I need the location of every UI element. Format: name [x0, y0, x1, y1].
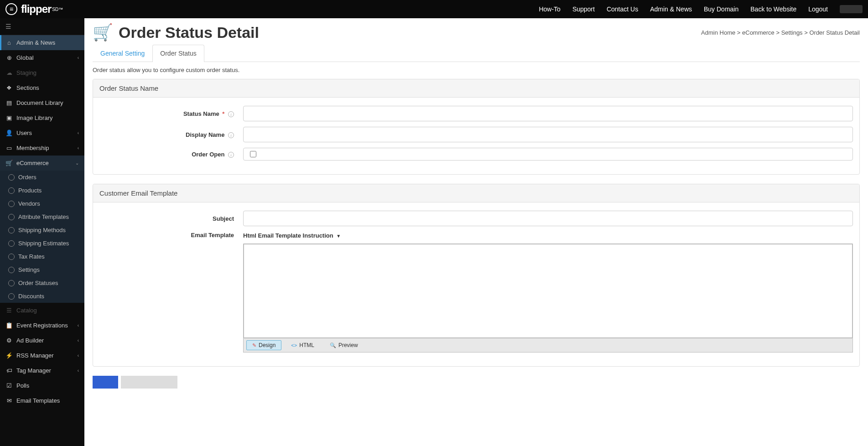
tabs: General Setting Order Status: [93, 45, 860, 62]
checkbox-wrap: [243, 148, 853, 161]
label-subject: Subject: [99, 215, 243, 222]
bottom-buttons: [93, 376, 860, 389]
tab-order-status[interactable]: Order Status: [152, 45, 204, 62]
sub-item-settings[interactable]: Settings: [0, 263, 84, 276]
editor-canvas[interactable]: [243, 244, 853, 338]
display-name-input[interactable]: [243, 127, 853, 142]
cloud-icon: ☁: [5, 69, 13, 76]
image-icon: ▣: [5, 114, 13, 121]
sidebar-item-membership[interactable]: ▭ Membership ‹: [0, 140, 84, 156]
sidebar-item-ad-builder[interactable]: ⚙ Ad Builder ‹: [0, 333, 84, 348]
user-icon: 👤: [5, 130, 13, 136]
chevron-left-icon: ‹: [78, 353, 79, 358]
breadcrumb-current: Order Status Detail: [809, 29, 860, 36]
circle-icon: [8, 174, 15, 181]
document-icon: ▤: [5, 99, 13, 106]
breadcrumb-settings[interactable]: Settings: [781, 29, 803, 36]
envelope-icon: ✉: [5, 397, 13, 404]
sidebar-item-catalog: ☰ Catalog: [0, 303, 84, 318]
page-header: 🛒 Order Status Detail Admin Home > eComm…: [93, 23, 860, 42]
sidebar-item-label: Catalog: [16, 307, 37, 314]
circle-icon: [8, 280, 15, 286]
circle-icon: [8, 214, 15, 220]
panel-body: Subject Email Template Html Email Templa…: [93, 202, 859, 366]
template-area: Html Email Template Instruction ▼ ✎ Desi…: [243, 232, 853, 353]
partner-badge-icon: [840, 5, 863, 13]
ecommerce-submenu: Orders Products Vendors Attribute Templa…: [0, 171, 84, 303]
editor-tab-html[interactable]: <> HTML: [285, 340, 320, 350]
topnav-howto[interactable]: How-To: [539, 5, 560, 13]
topnav-back-website[interactable]: Back to Website: [750, 5, 796, 13]
sub-item-shipping-methods[interactable]: Shipping Methods: [0, 223, 84, 237]
sub-item-shipping-estimates[interactable]: Shipping Estimates: [0, 237, 84, 250]
sidebar-item-document-library[interactable]: ▤ Document Library: [0, 95, 84, 110]
panel-body: Status Name * i Display Name i Order O: [93, 98, 859, 174]
secondary-action-button[interactable]: [121, 376, 177, 389]
main-content: 🛒 Order Status Detail Admin Home > eComm…: [84, 18, 868, 446]
hamburger-icon[interactable]: ☰: [0, 18, 84, 35]
sidebar-item-admin-news[interactable]: ⌂ Admin & News: [0, 35, 84, 50]
sidebar-item-polls[interactable]: ☑ Polls: [0, 378, 84, 393]
status-name-input[interactable]: [243, 106, 853, 121]
label-order-open: Order Open i: [99, 151, 243, 158]
sidebar-item-users[interactable]: 👤 Users ‹: [0, 125, 84, 140]
topnav-support[interactable]: Support: [572, 5, 595, 13]
circle-icon: [8, 201, 15, 207]
sub-item-attribute-templates[interactable]: Attribute Templates: [0, 210, 84, 223]
logo-icon: ≡: [5, 3, 17, 15]
intro-text: Order status allow you to configure cust…: [93, 67, 860, 73]
panel-head: Order Status Name: [93, 79, 859, 98]
sub-item-order-statuses[interactable]: Order Statuses: [0, 276, 84, 290]
sidebar-item-label: Email Templates: [16, 397, 60, 404]
editor-tab-preview[interactable]: 🔍 Preview: [324, 340, 364, 350]
check-icon: ☑: [5, 382, 13, 389]
sidebar-item-event-registrations[interactable]: 📋 Event Registrations ‹: [0, 318, 84, 333]
sidebar-item-label: Event Registrations: [16, 322, 68, 329]
sidebar-item-label: Document Library: [16, 99, 63, 106]
sidebar-item-global[interactable]: ⊕ Global ‹: [0, 50, 84, 65]
primary-action-button[interactable]: [93, 376, 118, 389]
panel-status-name: Order Status Name Status Name * i Displa…: [93, 79, 860, 175]
order-open-checkbox[interactable]: [250, 151, 256, 157]
sidebar-item-label: Sections: [16, 84, 39, 91]
logo-text: flipper: [21, 3, 51, 16]
sub-item-tax-rates[interactable]: Tax Rates: [0, 250, 84, 263]
home-icon: ⌂: [5, 39, 13, 46]
breadcrumb-admin-home[interactable]: Admin Home: [701, 29, 735, 36]
tab-general-setting[interactable]: General Setting: [93, 45, 152, 62]
sidebar-item-image-library[interactable]: ▣ Image Library: [0, 110, 84, 125]
sidebar-item-email-templates[interactable]: ✉ Email Templates: [0, 393, 84, 408]
sub-item-products[interactable]: Products: [0, 184, 84, 197]
calendar-icon: 📋: [5, 322, 13, 329]
topnav-contact[interactable]: Contact Us: [607, 5, 638, 13]
editor-tab-design[interactable]: ✎ Design: [246, 340, 281, 350]
sidebar-item-label: Ad Builder: [16, 337, 44, 344]
template-instruction-toggle[interactable]: Html Email Template Instruction ▼: [243, 232, 341, 239]
sub-item-label: Vendors: [18, 200, 40, 207]
subject-input[interactable]: [243, 211, 853, 226]
row-status-name: Status Name * i: [99, 106, 853, 121]
sub-item-label: Shipping Estimates: [18, 240, 69, 247]
logo[interactable]: ≡ flipper SD™: [5, 3, 63, 16]
breadcrumb-ecommerce[interactable]: eCommerce: [742, 29, 774, 36]
sub-item-orders[interactable]: Orders: [0, 171, 84, 184]
sidebar-item-label: Staging: [16, 69, 36, 76]
topnav-buy-domain[interactable]: Buy Domain: [704, 5, 738, 13]
sidebar-item-sections[interactable]: ❖ Sections: [0, 80, 84, 95]
sidebar: ☰ ⌂ Admin & News ⊕ Global ‹ ☁ Staging ❖ …: [0, 18, 84, 446]
circle-icon: [8, 227, 15, 233]
sidebar-item-label: Global: [16, 54, 34, 61]
sidebar-item-rss-manager[interactable]: ⚡ RSS Manager ‹: [0, 348, 84, 363]
sub-item-vendors[interactable]: Vendors: [0, 197, 84, 210]
pencil-icon: ✎: [252, 342, 256, 348]
topnav-admin-news[interactable]: Admin & News: [650, 5, 692, 13]
sidebar-item-ecommerce[interactable]: 🛒 eCommerce ⌄: [0, 156, 84, 171]
circle-icon: [8, 240, 15, 247]
sidebar-item-tag-manager[interactable]: 🏷 Tag Manager ‹: [0, 363, 84, 378]
breadcrumb: Admin Home > eCommerce > Settings > Orde…: [701, 29, 860, 36]
topnav-logout[interactable]: Logout: [808, 5, 828, 13]
sub-item-discounts[interactable]: Discounts: [0, 290, 84, 303]
info-icon[interactable]: i: [228, 132, 234, 138]
info-icon[interactable]: i: [228, 152, 234, 158]
info-icon[interactable]: i: [228, 111, 234, 117]
